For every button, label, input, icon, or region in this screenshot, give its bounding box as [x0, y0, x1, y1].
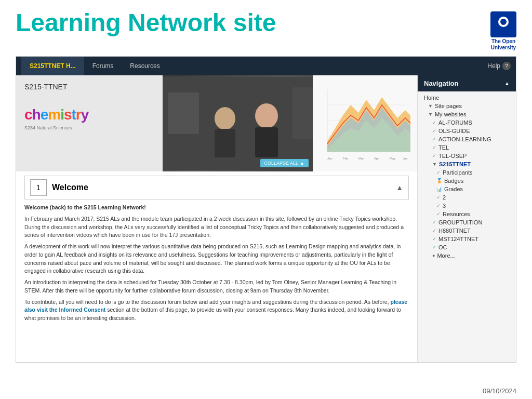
nav-label: OC [438, 244, 447, 250]
top-nav-bar: S215TTNET H... Forums Resources Help ? [16, 57, 516, 75]
check-icon: ✓ [432, 145, 436, 150]
main-content: S215-TTNET chemistry S284 Natural Scienc… [16, 75, 417, 362]
svg-rect-10 [292, 87, 313, 139]
nav-label: Badges [444, 178, 463, 184]
nav-item[interactable]: ✓MST124TTNET [418, 235, 516, 243]
nav-item[interactable]: ✓OC [418, 243, 516, 251]
svg-point-5 [215, 107, 235, 130]
svg-text:Apr: Apr [374, 157, 379, 160]
hero-section: S215-TTNET chemistry S284 Natural Scienc… [16, 75, 417, 171]
welcome-heading: Welcome (back) to the S215 Learning Netw… [24, 204, 146, 210]
nav-label: GROUPTUITION [438, 219, 482, 225]
nav-label: Site pages [435, 103, 462, 109]
badge-icon: 🏅 [436, 178, 442, 183]
welcome-para1: In February and March 2017, S215 ALs and… [24, 215, 409, 240]
svg-point-7 [255, 103, 278, 128]
welcome-para4: To contribute, all you will need to do i… [24, 298, 409, 323]
navigation-panel-header[interactable]: Navigation ▲ [418, 75, 516, 91]
check-icon: ✓ [432, 245, 436, 250]
nav-item-forums[interactable]: Forums [84, 57, 122, 75]
nav-item[interactable]: 📊Grades [418, 185, 516, 193]
welcome-title: Welcome [52, 183, 396, 192]
content-area: S215-TTNET chemistry S284 Natural Scienc… [16, 75, 516, 362]
expand-arrow-icon: ▼ [432, 162, 437, 167]
nav-item[interactable]: ✓H880TTNET [418, 227, 516, 235]
nav-item[interactable]: ✓ACTION-LEARNING [418, 135, 516, 143]
page-title: Learning Network site [16, 9, 276, 37]
check-icon: ✓ [432, 236, 436, 242]
welcome-header[interactable]: 1 Welcome ▲ [24, 176, 409, 200]
nav-label: My websites [435, 111, 467, 117]
check-icon: ✓ [436, 211, 441, 217]
collapse-all-button[interactable]: COLLAPSE ALL ▲ [260, 159, 309, 167]
nav-item[interactable]: ●More... [418, 251, 516, 260]
check-icon: ✓ [432, 120, 436, 125]
nav-item[interactable]: ✓Resources [418, 210, 516, 218]
ou-logo-icon [490, 11, 516, 37]
page-header: Learning Network site The OpenUniversity [0, 0, 532, 56]
check-icon: ✓ [432, 137, 436, 142]
nav-item[interactable]: ✓OLS-GUIDE [418, 127, 516, 135]
check-icon: ✓ [436, 195, 441, 200]
chemistry-subtitle: S284 Natural Sciences [24, 125, 72, 130]
nav-item[interactable]: ✓AL-FORUMS [418, 118, 516, 127]
svg-rect-6 [215, 129, 235, 157]
grade-icon: 📊 [436, 187, 442, 192]
nav-item[interactable]: Home [418, 94, 516, 102]
nav-help[interactable]: Help ? [487, 62, 511, 70]
nav-item[interactable]: ▼Site pages [418, 102, 516, 110]
nav-item-resources[interactable]: Resources [122, 57, 168, 75]
check-icon: ✓ [432, 153, 436, 158]
nav-label: 3 [443, 203, 446, 209]
nav-item[interactable]: ✓2 [418, 193, 516, 202]
activity-chart: Jan Feb Mar Apr May Jun [317, 84, 413, 167]
help-badge: ? [502, 62, 511, 70]
hero-left: S215-TTNET chemistry S284 Natural Scienc… [16, 75, 163, 171]
navigation-title: Navigation [424, 79, 458, 87]
video-inner [163, 75, 313, 171]
nav-panel-chevron-icon: ▲ [504, 81, 510, 86]
svg-rect-9 [168, 92, 199, 134]
nav-label: Resources [443, 211, 470, 217]
video-content [163, 77, 313, 170]
nav-label: Home [424, 95, 439, 101]
nav-item[interactable]: ✓TEL [418, 143, 516, 152]
check-icon: ✓ [436, 170, 441, 175]
check-icon: ✓ [432, 220, 436, 225]
nav-item[interactable]: ▼S215TTNET [418, 160, 516, 168]
check-icon: ✓ [432, 228, 436, 233]
svg-text:Mar: Mar [358, 157, 364, 160]
ou-logo: The OpenUniversity [490, 11, 516, 51]
welcome-para3: An introduction to interpreting the data… [24, 278, 409, 295]
nav-item[interactable]: 🏅Badges [418, 177, 516, 185]
nav-item[interactable]: ✓3 [418, 202, 516, 210]
expand-arrow-icon: ▼ [428, 112, 433, 117]
nav-item[interactable]: ✓Participants [418, 168, 516, 177]
nav-label: H880TTNET [438, 228, 471, 234]
nav-label: Grades [444, 186, 463, 192]
nav-label: 2 [443, 194, 446, 201]
nav-label: TEL-OSEP [438, 153, 467, 159]
nav-item[interactable]: ✓TEL-OSEP [418, 152, 516, 160]
nav-label: S215TTNET [439, 161, 471, 167]
check-icon: ✓ [436, 203, 441, 208]
page-date: 09/10/2024 [483, 387, 516, 395]
right-sidebar: Navigation ▲ Home▼Site pages▼My websites… [417, 75, 516, 362]
nav-item[interactable]: ✓GROUPTUITION [418, 218, 516, 227]
welcome-chevron-icon: ▲ [396, 183, 403, 192]
svg-text:May: May [390, 157, 395, 160]
nav-label: More... [437, 252, 455, 259]
nav-item-site[interactable]: S215TTNET H... [21, 57, 84, 75]
ou-logo-text: The OpenUniversity [491, 38, 516, 51]
more-icon: ● [432, 253, 435, 258]
svg-point-2 [500, 19, 507, 25]
hero-video: COLLAPSE ALL ▲ [163, 75, 313, 171]
welcome-number: 1 [30, 179, 47, 196]
check-icon: ✓ [432, 128, 436, 134]
svg-text:Jan: Jan [327, 157, 332, 160]
screenshot-container: S215TTNET H... Forums Resources Help ? S… [16, 56, 516, 363]
nav-item[interactable]: ▼My websites [418, 110, 516, 118]
nav-label: Participants [443, 169, 472, 176]
nav-label: TEL [438, 144, 449, 151]
expand-arrow-icon: ▼ [428, 103, 433, 109]
